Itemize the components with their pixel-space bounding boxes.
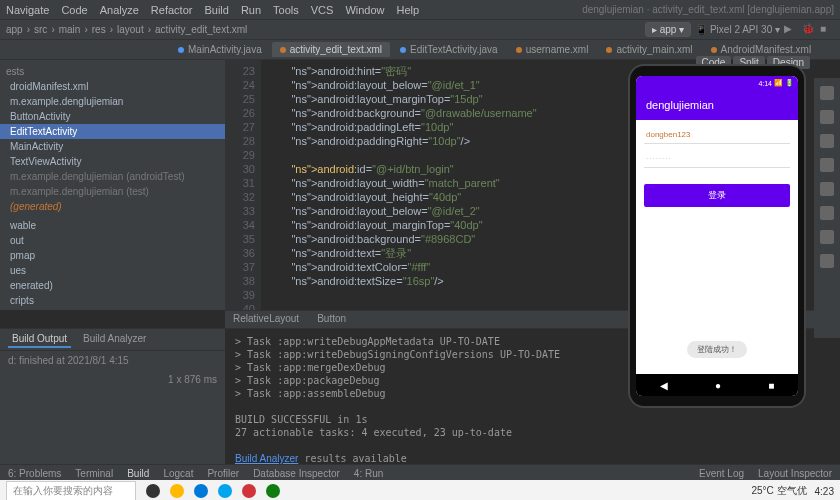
tree-item[interactable]: m.example.denglujiemian bbox=[0, 94, 225, 109]
tab-activity-main[interactable]: activity_main.xml bbox=[598, 42, 700, 57]
tw-db-inspector[interactable]: Database Inspector bbox=[253, 468, 340, 479]
emulator-screen[interactable]: 4:14 📶 🔋 denglujiemian dongben123 ······… bbox=[636, 76, 798, 396]
app-icon[interactable] bbox=[218, 484, 232, 498]
device-selector[interactable]: 📱 Pixel 2 API 30 ▾ bbox=[695, 24, 780, 35]
recents-icon[interactable]: ■ bbox=[768, 380, 774, 391]
tool-icon[interactable] bbox=[820, 230, 834, 244]
tab-edittextactivity[interactable]: EditTextActivity.java bbox=[392, 42, 506, 57]
menu-analyze[interactable]: Analyze bbox=[100, 4, 139, 16]
back-icon[interactable]: ◀ bbox=[660, 380, 668, 391]
build-analyzer-tab[interactable]: Build Analyzer bbox=[79, 331, 150, 348]
tw-build[interactable]: Build bbox=[127, 468, 149, 479]
xml-icon bbox=[516, 47, 522, 53]
app-icon[interactable] bbox=[266, 484, 280, 498]
crumb[interactable]: app bbox=[6, 24, 23, 35]
tw-problems[interactable]: 6: Problems bbox=[8, 468, 61, 479]
build-dims: 1 x 876 ms bbox=[0, 370, 225, 389]
battery-icon: 🔋 bbox=[785, 79, 794, 87]
explorer-icon[interactable] bbox=[170, 484, 184, 498]
tree-item[interactable]: pmap bbox=[0, 248, 225, 263]
menu-bar: Navigate Code Analyze Refactor Build Run… bbox=[0, 0, 840, 20]
run-icon[interactable]: ▶ bbox=[784, 23, 798, 37]
build-output-tab[interactable]: Build Output bbox=[8, 331, 71, 348]
menu-help[interactable]: Help bbox=[397, 4, 420, 16]
xml-icon bbox=[606, 47, 612, 53]
menu-build[interactable]: Build bbox=[204, 4, 228, 16]
build-status: d: finished at 2021/8/1 4:15 bbox=[0, 351, 225, 370]
android-nav-bar: ◀ ● ■ bbox=[636, 374, 798, 396]
line-gutter: 232425262728293031323334353637383940 bbox=[225, 60, 261, 310]
login-button[interactable]: 登录 bbox=[644, 184, 790, 207]
stop-icon[interactable]: ■ bbox=[820, 23, 834, 37]
window-title-path: denglujiemian · activity_edit_text.xml [… bbox=[582, 4, 834, 15]
emulator-frame: 4:14 📶 🔋 denglujiemian dongben123 ······… bbox=[630, 66, 804, 406]
tree-item[interactable]: ButtonActivity bbox=[0, 109, 225, 124]
tab-manifest[interactable]: AndroidManifest.xml bbox=[703, 42, 820, 57]
crumb[interactable]: res bbox=[92, 24, 106, 35]
run-config-selector[interactable]: ▸ app ▾ bbox=[645, 22, 691, 37]
menu-refactor[interactable]: Refactor bbox=[151, 4, 193, 16]
tree-item[interactable]: TextViewActivity bbox=[0, 154, 225, 169]
tree-item[interactable]: MainActivity bbox=[0, 139, 225, 154]
tw-run[interactable]: 4: Run bbox=[354, 468, 383, 479]
taskbar-search[interactable]: 在输入你要搜索的内容 bbox=[6, 481, 136, 500]
tree-item[interactable]: ues bbox=[0, 263, 225, 278]
tool-icon[interactable] bbox=[820, 182, 834, 196]
menu-code[interactable]: Code bbox=[61, 4, 87, 16]
windows-taskbar: 在输入你要搜索的内容 25°C 空气优 4:23 bbox=[0, 480, 840, 500]
tool-icon[interactable] bbox=[820, 134, 834, 148]
tree-item[interactable]: droidManifest.xml bbox=[0, 79, 225, 94]
crumb[interactable]: src bbox=[34, 24, 47, 35]
app-icon[interactable] bbox=[242, 484, 256, 498]
edge-icon[interactable] bbox=[194, 484, 208, 498]
tab-activity-edit-text[interactable]: activity_edit_text.xml bbox=[272, 42, 390, 57]
tree-item[interactable]: cripts bbox=[0, 293, 225, 308]
crumb[interactable]: RelativeLayout bbox=[233, 313, 299, 326]
tw-profiler[interactable]: Profiler bbox=[207, 468, 239, 479]
tree-header: ests bbox=[0, 64, 225, 79]
crumb[interactable]: Button bbox=[317, 313, 346, 326]
android-status-bar: 4:14 📶 🔋 bbox=[636, 76, 798, 90]
breadcrumb[interactable]: app› src› main› res› layout› activity_ed… bbox=[6, 24, 247, 35]
crumb[interactable]: activity_edit_text.xml bbox=[155, 24, 247, 35]
java-icon bbox=[400, 47, 406, 53]
app-bar: denglujiemian bbox=[636, 90, 798, 120]
tool-icon[interactable] bbox=[820, 254, 834, 268]
tree-item[interactable]: enerated) bbox=[0, 278, 225, 293]
project-tree[interactable]: ests droidManifest.xmlm.example.dengluji… bbox=[0, 60, 225, 310]
tw-layout-inspector[interactable]: Layout Inspector bbox=[758, 468, 832, 479]
tab-username[interactable]: username.xml bbox=[508, 42, 597, 57]
tw-event-log[interactable]: Event Log bbox=[699, 468, 744, 479]
right-tool-strip bbox=[814, 78, 840, 338]
tree-item[interactable]: EditTextActivity bbox=[0, 124, 225, 139]
menu-run[interactable]: Run bbox=[241, 4, 261, 16]
tree-item[interactable]: wable bbox=[0, 218, 225, 233]
weather-widget[interactable]: 25°C 空气优 bbox=[751, 484, 806, 498]
crumb[interactable]: main bbox=[59, 24, 81, 35]
tree-item[interactable]: m.example.denglujiemian (test) bbox=[0, 184, 225, 199]
tool-icon[interactable] bbox=[820, 110, 834, 124]
home-icon[interactable]: ● bbox=[715, 380, 721, 391]
tree-item[interactable]: (generated) bbox=[0, 199, 225, 214]
crumb[interactable]: layout bbox=[117, 24, 144, 35]
xml-icon bbox=[711, 47, 717, 53]
tab-mainactivity[interactable]: MainActivity.java bbox=[170, 42, 270, 57]
tree-item[interactable]: out bbox=[0, 233, 225, 248]
tw-logcat[interactable]: Logcat bbox=[163, 468, 193, 479]
taskbar-clock[interactable]: 4:23 bbox=[815, 486, 834, 497]
tree-item[interactable]: m.example.denglujiemian (androidTest) bbox=[0, 169, 225, 184]
menu-window[interactable]: Window bbox=[345, 4, 384, 16]
username-field[interactable]: dongben123 bbox=[644, 126, 790, 144]
password-field[interactable]: ········ bbox=[644, 150, 790, 168]
menu-vcs[interactable]: VCS bbox=[311, 4, 334, 16]
menu-tools[interactable]: Tools bbox=[273, 4, 299, 16]
taskview-icon[interactable] bbox=[146, 484, 160, 498]
tool-icon[interactable] bbox=[820, 86, 834, 100]
menu-navigate[interactable]: Navigate bbox=[6, 4, 49, 16]
wifi-icon: 📶 bbox=[774, 79, 783, 87]
navigation-toolbar: app› src› main› res› layout› activity_ed… bbox=[0, 20, 840, 40]
tool-icon[interactable] bbox=[820, 158, 834, 172]
debug-icon[interactable]: 🐞 bbox=[802, 23, 816, 37]
tw-terminal[interactable]: Terminal bbox=[75, 468, 113, 479]
tool-icon[interactable] bbox=[820, 206, 834, 220]
